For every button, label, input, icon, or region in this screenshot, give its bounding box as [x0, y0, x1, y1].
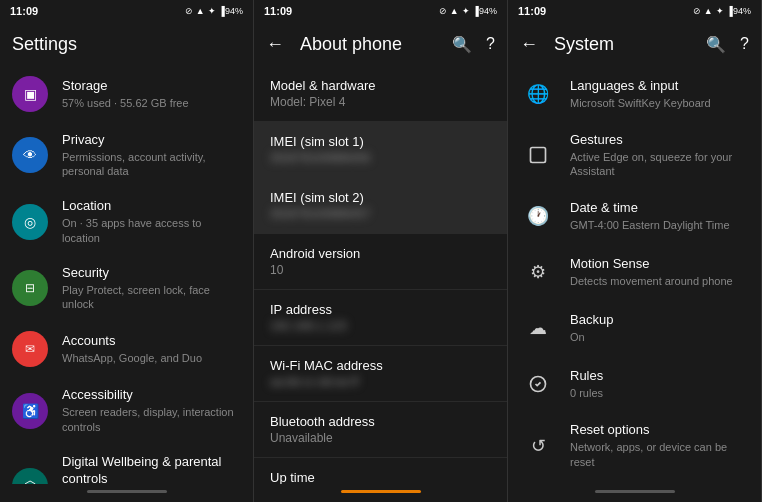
- privacy-subtitle: Permissions, account activity, personal …: [62, 150, 241, 179]
- nav-indicator-3: [595, 490, 675, 493]
- wifi-icon-3: ✦: [716, 6, 724, 16]
- settings-item-accessibility[interactable]: ♿ Accessibility Screen readers, display,…: [0, 377, 253, 443]
- mute-icon: ⊘: [185, 6, 193, 16]
- storage-text: Storage 57% used · 55.62 GB free: [62, 78, 241, 110]
- gestures-title: Gestures: [570, 132, 749, 149]
- backup-text: Backup On: [570, 312, 749, 344]
- info-bt[interactable]: Bluetooth address Unavailable: [254, 402, 507, 458]
- system-item-rules[interactable]: Rules 0 rules: [508, 356, 761, 412]
- accounts-subtitle: WhatsApp, Google, and Duo: [62, 351, 241, 365]
- system-item-gestures[interactable]: Gestures Active Edge on, squeeze for you…: [508, 122, 761, 188]
- privacy-title: Privacy: [62, 132, 241, 149]
- datetime-icon: 🕐: [520, 198, 556, 234]
- help-icon-3[interactable]: ?: [740, 35, 749, 53]
- about-phone-list: Model & hardware Model: Pixel 4 IMEI (si…: [254, 66, 507, 484]
- system-item-datetime[interactable]: 🕐 Date & time GMT-4:00 Eastern Daylight …: [508, 188, 761, 244]
- accessibility-subtitle: Screen readers, display, interaction con…: [62, 405, 241, 434]
- info-wifi[interactable]: Wi-Fi MAC address aa:bb:cc:dd:ee:ff: [254, 346, 507, 402]
- system-list: 🌐 Languages & input Microsoft SwiftKey K…: [508, 66, 761, 484]
- status-icons-2: ⊘ ▲ ✦ ▐94%: [439, 6, 497, 16]
- system-item-reset[interactable]: ↺ Reset options Network, apps, or device…: [508, 412, 761, 478]
- about-phone-header: ← About phone 🔍 ?: [254, 22, 507, 66]
- main-settings-list: ▣ Storage 57% used · 55.62 GB free 👁 Pri…: [0, 66, 253, 484]
- accounts-title: Accounts: [62, 333, 241, 350]
- status-bar-2: 11:09 ⊘ ▲ ✦ ▐94%: [254, 0, 507, 22]
- wellbeing-icon: ⬡: [12, 468, 48, 484]
- info-model[interactable]: Model & hardware Model: Pixel 4: [254, 66, 507, 122]
- model-value: Model: Pixel 4: [270, 95, 491, 109]
- system-title: System: [554, 34, 706, 55]
- location-text: Location On · 35 apps have access to loc…: [62, 198, 241, 244]
- languages-text: Languages & input Microsoft SwiftKey Key…: [570, 78, 749, 110]
- system-item-languages[interactable]: 🌐 Languages & input Microsoft SwiftKey K…: [508, 66, 761, 122]
- gestures-icon: [520, 137, 556, 173]
- gestures-text: Gestures Active Edge on, squeeze for you…: [570, 132, 749, 178]
- wifi-icon-2: ✦: [462, 6, 470, 16]
- accessibility-text: Accessibility Screen readers, display, i…: [62, 387, 241, 433]
- languages-subtitle: Microsoft SwiftKey Keyboard: [570, 96, 749, 110]
- accounts-icon: ✉: [12, 331, 48, 367]
- back-button-2[interactable]: ←: [266, 34, 284, 55]
- privacy-text: Privacy Permissions, account activity, p…: [62, 132, 241, 178]
- backup-icon: ☁: [520, 310, 556, 346]
- security-icon: ⊟: [12, 270, 48, 306]
- accessibility-icon: ♿: [12, 393, 48, 429]
- info-uptime[interactable]: Up time 15:48:36: [254, 458, 507, 484]
- search-icon-2[interactable]: 🔍: [452, 35, 472, 54]
- rules-subtitle: 0 rules: [570, 386, 749, 400]
- privacy-icon: 👁: [12, 137, 48, 173]
- info-ip[interactable]: IP address 192.168.1.123: [254, 290, 507, 346]
- rules-icon: [520, 366, 556, 402]
- settings-item-security[interactable]: ⊟ Security Play Protect, screen lock, fa…: [0, 255, 253, 321]
- wifi-title: Wi-Fi MAC address: [270, 358, 491, 373]
- motion-title: Motion Sense: [570, 256, 749, 273]
- reset-subtitle: Network, apps, or device can be reset: [570, 440, 749, 469]
- signal-icon-2: ▲: [450, 6, 459, 16]
- bt-value: Unavailable: [270, 431, 491, 445]
- settings-item-storage[interactable]: ▣ Storage 57% used · 55.62 GB free: [0, 66, 253, 122]
- battery-icon-3: ▐94%: [727, 6, 751, 16]
- motion-subtitle: Detects movement around phone: [570, 274, 749, 288]
- location-icon: ◎: [12, 204, 48, 240]
- settings-item-privacy[interactable]: 👁 Privacy Permissions, account activity,…: [0, 122, 253, 188]
- nav-indicator-1: [87, 490, 167, 493]
- security-title: Security: [62, 265, 241, 282]
- svg-rect-0: [531, 148, 546, 163]
- ip-value: 192.168.1.123: [270, 319, 491, 333]
- ip-title: IP address: [270, 302, 491, 317]
- info-imei1[interactable]: IMEI (sim slot 1) 352678100986456: [254, 122, 507, 178]
- search-icon-3[interactable]: 🔍: [706, 35, 726, 54]
- settings-item-wellbeing[interactable]: ⬡ Digital Wellbeing & parental controls …: [0, 444, 253, 484]
- reset-icon: ↺: [520, 428, 556, 464]
- datetime-text: Date & time GMT-4:00 Eastern Daylight Ti…: [570, 200, 749, 232]
- battery-icon-2: ▐94%: [473, 6, 497, 16]
- info-android[interactable]: Android version 10: [254, 234, 507, 290]
- main-settings-panel: 11:09 ⊘ ▲ ✦ ▐94% Settings ▣ Storage 57% …: [0, 0, 254, 502]
- mute-icon-3: ⊘: [693, 6, 701, 16]
- motion-icon: ⚙: [520, 254, 556, 290]
- android-title: Android version: [270, 246, 491, 261]
- datetime-title: Date & time: [570, 200, 749, 217]
- mute-icon-2: ⊘: [439, 6, 447, 16]
- back-button-3[interactable]: ←: [520, 34, 538, 55]
- model-title: Model & hardware: [270, 78, 491, 93]
- gestures-subtitle: Active Edge on, squeeze for your Assista…: [570, 150, 749, 179]
- signal-icon-3: ▲: [704, 6, 713, 16]
- storage-icon: ▣: [12, 76, 48, 112]
- nav-bar-2: [254, 484, 507, 502]
- nav-indicator-2: [341, 490, 421, 493]
- system-item-motion[interactable]: ⚙ Motion Sense Detects movement around p…: [508, 244, 761, 300]
- status-time-2: 11:09: [264, 5, 292, 17]
- info-imei2[interactable]: IMEI (sim slot 2) 352678100986457: [254, 178, 507, 234]
- main-settings-header: Settings: [0, 22, 253, 66]
- wellbeing-text: Digital Wellbeing & parental controls Sc…: [62, 454, 241, 484]
- help-icon-2[interactable]: ?: [486, 35, 495, 53]
- accounts-text: Accounts WhatsApp, Google, and Duo: [62, 333, 241, 365]
- wifi-icon: ✦: [208, 6, 216, 16]
- storage-subtitle: 57% used · 55.62 GB free: [62, 96, 241, 110]
- system-item-backup[interactable]: ☁ Backup On: [508, 300, 761, 356]
- settings-item-location[interactable]: ◎ Location On · 35 apps have access to l…: [0, 188, 253, 254]
- uptime-title: Up time: [270, 470, 491, 484]
- motion-text: Motion Sense Detects movement around pho…: [570, 256, 749, 288]
- settings-item-accounts[interactable]: ✉ Accounts WhatsApp, Google, and Duo: [0, 321, 253, 377]
